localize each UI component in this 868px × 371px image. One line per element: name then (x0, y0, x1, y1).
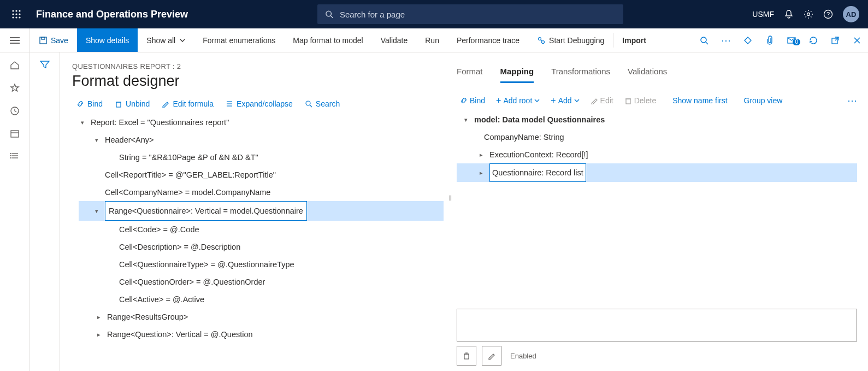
tree-node-header[interactable]: ▾Header<Any> (79, 131, 444, 149)
search-icon (325, 10, 333, 19)
tree-label: Cell<QuestionOrder> = @.QuestionOrder (119, 273, 265, 291)
tree-node-report-title[interactable]: Cell<ReportTitle> = @"GER_LABEL:ReportTi… (79, 166, 444, 184)
filter-icon[interactable] (40, 60, 50, 371)
svg-point-22 (701, 37, 706, 43)
mapping-node-questionnaire[interactable]: ▸Questionnaire: Record list (457, 163, 857, 182)
tree-search-button[interactable]: Search (305, 99, 340, 108)
expander-icon[interactable]: ▾ (93, 202, 101, 220)
save-button[interactable]: Save (30, 28, 77, 52)
svg-point-35 (10, 155, 11, 156)
more-actions-icon[interactable]: ⋯ (715, 34, 737, 46)
search-command-icon[interactable] (693, 36, 715, 45)
performance-trace-button[interactable]: Performance trace (448, 28, 528, 52)
edit-formula-button-bottom[interactable] (482, 346, 501, 366)
favorite-icon[interactable] (10, 83, 20, 93)
svg-rect-29 (11, 131, 19, 137)
trash-icon (462, 351, 471, 360)
home-icon[interactable] (10, 60, 20, 70)
show-all-button[interactable]: Show all (138, 28, 194, 52)
avatar[interactable]: AD (843, 6, 859, 22)
tree-node-cell-description[interactable]: Cell<Description> = @.Description (79, 238, 444, 256)
tab-mapping[interactable]: Mapping (500, 63, 534, 83)
nav-toggle-icon[interactable] (0, 28, 30, 52)
delete-formula-button[interactable] (457, 346, 476, 366)
attachments-icon[interactable] (759, 36, 781, 45)
gear-icon[interactable] (804, 9, 813, 19)
related-icon[interactable] (737, 36, 759, 45)
formula-box[interactable] (457, 309, 857, 341)
tree-node-header-string[interactable]: String = "&R&10Page &P of &N &D &T" (79, 149, 444, 166)
mapping-bind-button[interactable]: Bind (460, 96, 485, 105)
right-more-icon[interactable]: ⋯ (847, 95, 857, 107)
tree-node-range-results[interactable]: ▸Range<ResultsGroup> (79, 308, 444, 326)
recent-icon[interactable] (10, 106, 20, 116)
list-icon (226, 100, 233, 108)
edit-formula-button[interactable]: Edit formula (162, 99, 214, 108)
tab-transformations[interactable]: Transformations (551, 63, 610, 83)
notification-icon[interactable] (784, 9, 794, 19)
svg-rect-44 (626, 99, 630, 104)
company-label[interactable]: USMF (752, 10, 774, 19)
expander-icon[interactable]: ▸ (477, 146, 485, 163)
chevron-down-icon (574, 99, 580, 102)
tree-node-company-name[interactable]: Cell<CompanyName> = model.CompanyName (79, 184, 444, 201)
tree-node-cell-qorder[interactable]: Cell<QuestionOrder> = @.QuestionOrder (79, 273, 444, 291)
format-enumerations-button[interactable]: Format enumerations (194, 28, 284, 52)
modules-icon[interactable] (10, 152, 20, 160)
tree-label: Header<Any> (105, 131, 153, 149)
unbind-button[interactable]: Unbind (115, 99, 150, 108)
mapping-node-company[interactable]: CompanyName: String (457, 128, 857, 146)
command-bar-right: ⋯ 0 (693, 28, 868, 52)
svg-point-8 (19, 16, 20, 18)
expander-icon[interactable]: ▸ (95, 326, 103, 343)
messages-icon[interactable]: 0 (781, 36, 802, 45)
tree-node-range-questionnaire[interactable]: ▾Range<Questionnaire>: Vertical = model.… (79, 201, 444, 221)
tab-validations[interactable]: Validations (628, 63, 667, 83)
show-details-button[interactable]: Show details (77, 28, 138, 52)
search-box[interactable] (317, 4, 623, 24)
splitter-handle[interactable]: ⫴ (444, 62, 457, 371)
bottom-actions: Enabled (457, 346, 857, 371)
mapping-node-exec-context[interactable]: ▸ExecutionContext: Record[!] (457, 146, 857, 163)
mapping-node-root[interactable]: ▾model: Data model Questionnaires (457, 111, 857, 128)
expander-icon[interactable]: ▾ (462, 111, 470, 128)
tree-node-root[interactable]: ▾Report: Excel = "Questionnaires report" (79, 114, 444, 131)
mapping-bind-label: Bind (470, 96, 485, 105)
refresh-icon[interactable] (802, 36, 824, 45)
add-root-button[interactable]: +Add root (496, 96, 540, 105)
group-view-button[interactable]: Group view (744, 96, 783, 105)
help-icon[interactable]: ? (823, 9, 833, 19)
show-name-first-button[interactable]: Show name first (672, 96, 727, 105)
search-input[interactable] (340, 10, 616, 19)
svg-point-11 (807, 13, 810, 16)
tree-node-cell-active[interactable]: Cell<Active> = @.Active (79, 291, 444, 308)
start-debugging-button[interactable]: Start Debugging (528, 28, 613, 52)
left-toolbar: Bind Unbind Edit formula Expand/collapse… (72, 90, 444, 114)
header-right: USMF ? AD (752, 6, 859, 22)
app-launcher-icon[interactable] (5, 9, 27, 19)
tree-node-cell-qtype[interactable]: Cell<QuestionnaireType> = @.Questionnair… (79, 256, 444, 273)
trash-icon (115, 100, 122, 108)
svg-rect-37 (116, 102, 121, 107)
bind-button[interactable]: Bind (76, 99, 103, 108)
add-button[interactable]: +Add (551, 96, 579, 105)
expand-collapse-button[interactable]: Expand/collapse (226, 99, 293, 108)
run-button[interactable]: Run (416, 28, 448, 52)
messages-badge: 0 (793, 39, 800, 45)
svg-rect-46 (464, 354, 469, 359)
tree-node-cell-code[interactable]: Cell<Code> = @.Code (79, 221, 444, 238)
expander-icon[interactable]: ▾ (93, 131, 101, 149)
tab-format[interactable]: Format (457, 63, 483, 83)
import-button[interactable]: Import (613, 28, 655, 52)
expander-icon[interactable]: ▾ (79, 114, 86, 131)
expander-icon[interactable]: ▸ (95, 308, 103, 326)
popout-icon[interactable] (824, 36, 846, 45)
tree-node-range-question[interactable]: ▸Range<Question>: Vertical = @.Question (79, 326, 444, 343)
svg-point-1 (15, 10, 17, 11)
expander-icon[interactable]: ▸ (477, 164, 485, 181)
close-icon[interactable] (846, 37, 868, 44)
workspaces-icon[interactable] (10, 129, 20, 139)
validate-button[interactable]: Validate (372, 28, 417, 52)
map-format-button[interactable]: Map format to model (284, 28, 371, 52)
mapping-label: model: Data model Questionnaires (474, 111, 605, 128)
